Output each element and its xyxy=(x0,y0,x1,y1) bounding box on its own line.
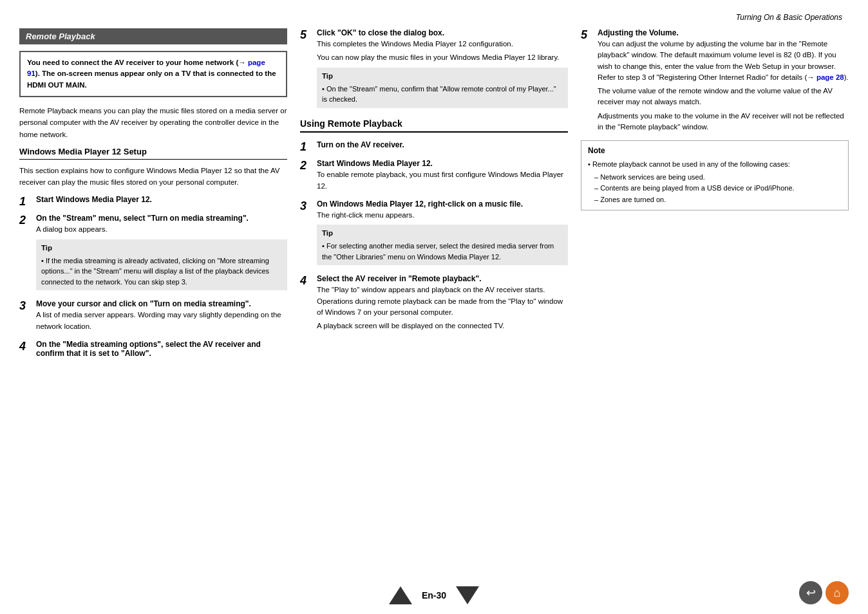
page-container: Turning On & Basic Operations Remote Pla… xyxy=(0,0,868,614)
col3-step5-content: Adjusting the Volume. You can adjust the… xyxy=(598,28,849,135)
col1-subsection-intro: This section explains how to configure W… xyxy=(19,165,287,189)
col2-step3-num: 3 xyxy=(300,200,312,214)
col3-step5: 5 Adjusting the Volume. You can adjust t… xyxy=(581,28,849,135)
col1-step-4: 4 On the "Media streaming options", sele… xyxy=(19,340,287,359)
col2-step4-body1: The "Play to" window appears and playbac… xyxy=(317,284,568,318)
col2-step3-body: The right-click menu appears. xyxy=(317,210,568,221)
col2-step-4: 4 Select the AV receiver in "Remote play… xyxy=(300,274,568,334)
col2-step-1: 1 Turn on the AV receiver. xyxy=(300,140,568,154)
col2-step2-body: To enable remote playback, you must firs… xyxy=(317,169,568,192)
step-content-3: Move your cursor and click on "Turn on m… xyxy=(36,299,287,335)
col1-step-1: 1 Start Windows Media Player 12. xyxy=(19,195,287,209)
col2-step4-num: 4 xyxy=(300,274,312,288)
col2-step4-content: Select the AV receiver in "Remote playba… xyxy=(317,274,568,334)
tip-text-2: • On the "Stream" menu, confirm that "Al… xyxy=(322,84,563,105)
tip-box-3: Tip • For selecting another media server… xyxy=(317,225,568,265)
tip-label-1: Tip xyxy=(41,243,282,254)
note-label: Note xyxy=(588,145,842,157)
col2-step5-heading: Click "OK" to close the dialog box. xyxy=(317,28,568,37)
step-content-1: Start Windows Media Player 12. xyxy=(36,195,287,205)
col1-step-3: 3 Move your cursor and click on "Turn on… xyxy=(19,299,287,335)
tip-box-1: Tip • If the media streaming is already … xyxy=(36,239,287,291)
warning-box: You need to connect the AV receiver to y… xyxy=(19,51,287,97)
column-2: 5 Click "OK" to close the dialog box. Th… xyxy=(300,28,568,339)
footer-nav: En-30 xyxy=(389,586,479,604)
column-3: 5 Adjusting the Volume. You can adjust t… xyxy=(581,28,849,216)
col2-step2-content: Start Windows Media Player 12. To enable… xyxy=(317,159,568,194)
step-heading-4: On the "Media streaming options", select… xyxy=(36,340,287,358)
main-content: Remote Playback You need to connect the … xyxy=(19,28,849,364)
step-num-2: 2 xyxy=(19,214,31,228)
note-item-3: – Zones are turned on. xyxy=(588,194,842,206)
col2-step1-heading: Turn on the AV receiver. xyxy=(317,140,568,149)
col2-step5-content: Click "OK" to close the dialog box. This… xyxy=(317,28,568,112)
step-num-3: 3 xyxy=(19,299,31,313)
col2-step-3: 3 On Windows Media Player 12, right-clic… xyxy=(300,200,568,270)
note-item-2: – Contents are being played from a USB d… xyxy=(588,183,842,194)
tip-label-2: Tip xyxy=(322,71,563,82)
tip-text-3: • For selecting another media server, se… xyxy=(322,241,563,262)
col2-step5-body1: This completes the Windows Media Player … xyxy=(317,39,568,50)
col2-step3-content: On Windows Media Player 12, right-click … xyxy=(317,200,568,270)
section-title: Remote Playback xyxy=(19,28,287,44)
step-heading-1: Start Windows Media Player 12. xyxy=(36,195,287,204)
tip-box-2: Tip • On the "Stream" menu, confirm that… xyxy=(317,68,568,108)
col3-step5-body2: The volume value of the remote window an… xyxy=(598,86,849,108)
col3-step5-heading: Adjusting the Volume. xyxy=(598,28,849,37)
home-button[interactable]: ⌂ xyxy=(826,581,849,604)
step-heading-3: Move your cursor and click on "Turn on m… xyxy=(36,299,287,308)
next-page-button[interactable] xyxy=(456,586,479,604)
subsection-title: Windows Media Player 12 Setup xyxy=(19,147,287,160)
col2-step5-setup: 5 Click "OK" to close the dialog box. Th… xyxy=(300,28,568,112)
prev-page-button[interactable] xyxy=(389,586,412,604)
col2-step1-content: Turn on the AV receiver. xyxy=(317,140,568,151)
step-content-2: On the "Stream" menu, select "Turn on me… xyxy=(36,214,287,294)
col2-section-title: Using Remote Playback xyxy=(300,118,568,133)
col2-step5-body2: You can now play the music files in your… xyxy=(317,52,568,63)
col2-step4-body2: A playback screen will be displayed on t… xyxy=(317,321,568,331)
col2-step5-num: 5 xyxy=(300,28,312,42)
footer-icons: ↩ ⌂ xyxy=(799,581,849,604)
column-1: Remote Playback You need to connect the … xyxy=(19,28,287,364)
col3-step5-body3: Adjustments you make to the volume in th… xyxy=(598,111,849,133)
home-icon: ⌂ xyxy=(834,586,841,600)
page-header: Turning On & Basic Operations xyxy=(19,13,849,22)
note-box: Note • Remote playback cannot be used in… xyxy=(581,140,849,210)
warning-link[interactable]: page 91 xyxy=(27,59,265,77)
tip-label-3: Tip xyxy=(322,228,563,239)
col2-step2-heading: Start Windows Media Player 12. xyxy=(317,159,568,168)
step-body-2: A dialog box appears. xyxy=(36,224,287,235)
col2-step4-heading: Select the AV receiver in "Remote playba… xyxy=(317,274,568,283)
back-button[interactable]: ↩ xyxy=(799,581,822,604)
col3-step5-body1: You can adjust the volume by adjusting t… xyxy=(598,39,849,83)
step-num-1: 1 xyxy=(19,195,31,209)
col1-intro: Remote Playback means you can play the m… xyxy=(19,105,287,140)
col3-page-link[interactable]: page 28 xyxy=(816,73,844,81)
step-heading-2: On the "Stream" menu, select "Turn on me… xyxy=(36,214,287,223)
page-number: En-30 xyxy=(422,590,446,600)
footer: En-30 xyxy=(0,586,868,604)
step-content-4: On the "Media streaming options", select… xyxy=(36,340,287,359)
header-title: Turning On & Basic Operations xyxy=(736,13,842,22)
col2-step1-num: 1 xyxy=(300,140,312,154)
step-body-3: A list of media server appears. Wording … xyxy=(36,310,287,332)
note-item-1: – Network services are being used. xyxy=(588,172,842,183)
tip-text-1: • If the media streaming is already acti… xyxy=(41,256,282,288)
col1-step-2: 2 On the "Stream" menu, select "Turn on … xyxy=(19,214,287,294)
col2-step2-num: 2 xyxy=(300,159,312,173)
warning-text: You need to connect the AV receiver to y… xyxy=(27,59,276,89)
note-item-0: • Remote playback cannot be used in any … xyxy=(588,159,842,171)
step-num-4: 4 xyxy=(19,340,31,354)
col2-step3-heading: On Windows Media Player 12, right-click … xyxy=(317,200,568,209)
col3-step5-num: 5 xyxy=(581,28,592,42)
back-icon: ↩ xyxy=(806,586,816,600)
col2-step-2: 2 Start Windows Media Player 12. To enab… xyxy=(300,159,568,194)
